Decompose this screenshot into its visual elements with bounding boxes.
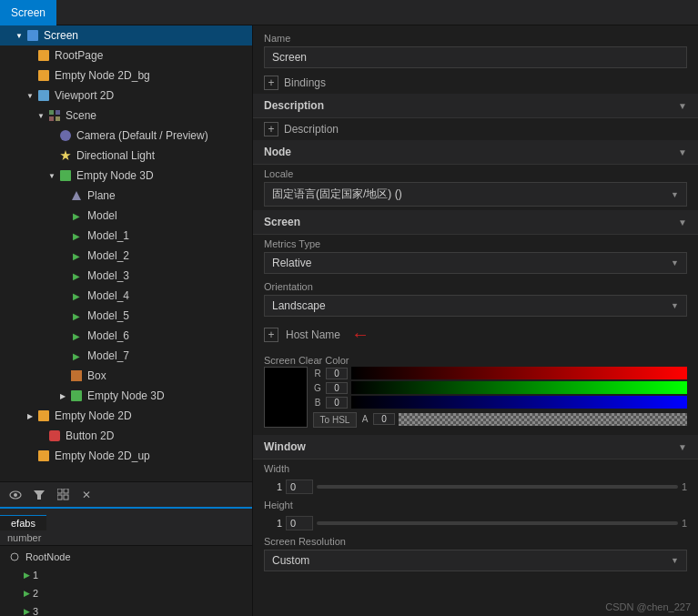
viewport-icon: [36, 88, 51, 103]
tree-arrow-light: [47, 151, 56, 160]
orientation-row: Orientation Landscape: [253, 278, 698, 320]
tree-label-model2: Model_2: [87, 249, 129, 262]
tree-label-box: Box: [87, 369, 106, 382]
tree-item-viewport2d[interactable]: ▼ Viewport 2D: [0, 86, 252, 106]
width-track[interactable]: [317, 485, 678, 489]
b-input[interactable]: [326, 397, 348, 409]
description-add-row[interactable]: + Description: [253, 118, 698, 140]
grid-button[interactable]: [55, 487, 71, 503]
tree-label-screen: Screen: [44, 29, 78, 42]
r-input[interactable]: [326, 368, 348, 379]
tree-arrow-plane: [58, 191, 67, 200]
width-max: 1: [682, 481, 687, 492]
tree-label-model1: Model_1: [87, 229, 129, 242]
hostname-add-btn[interactable]: +: [264, 328, 278, 342]
window-section-header[interactable]: Window ▼: [253, 435, 698, 459]
tree-item-rootpage[interactable]: RootPage: [0, 45, 252, 66]
tree-item-model[interactable]: ▶ Model: [0, 206, 252, 226]
tree-item-emptynode2d-up[interactable]: Empty Node 2D_up: [0, 446, 252, 466]
screen-clear-color-label: Screen Clear Color: [264, 355, 349, 366]
tree-item-model1[interactable]: ▶ Model_1: [0, 226, 252, 246]
g-input[interactable]: [326, 382, 348, 394]
tree-item-emptynode2d[interactable]: ▶ Empty Node 2D: [0, 406, 252, 426]
tree-label-model5: Model_5: [87, 309, 129, 322]
tree-item-emptynode3d2[interactable]: ▶ Empty Node 3D: [0, 386, 252, 406]
tree-item-plane[interactable]: Plane: [0, 186, 252, 206]
locale-row: Locale 固定语言(固定国家/地区) (): [253, 165, 698, 210]
height-max: 1: [682, 518, 687, 529]
bottom-item-rootnode[interactable]: RootNode: [0, 548, 252, 566]
height-track[interactable]: [317, 521, 678, 525]
close-button[interactable]: ✕: [78, 487, 95, 503]
eye-button[interactable]: [7, 487, 24, 503]
node3d-icon-emptynode3d2: [69, 389, 84, 403]
color-swatch[interactable]: [264, 367, 308, 428]
resolution-label: Screen Resolution: [264, 536, 687, 547]
bottom-label-3: 3: [33, 606, 38, 616]
description-section-header[interactable]: Description ▼: [253, 94, 698, 118]
svg-rect-2: [49, 116, 54, 121]
tree-item-directional-light[interactable]: Directional Light: [0, 146, 252, 166]
locale-dropdown[interactable]: 固定语言(固定国家/地区) (): [264, 182, 687, 207]
orientation-dropdown[interactable]: Landscape: [264, 295, 687, 317]
screen-section-header[interactable]: Screen ▼: [253, 210, 698, 235]
tree-item-camera[interactable]: Camera (Default / Preview): [0, 126, 252, 146]
model5-icon: ▶: [69, 308, 84, 323]
bindings-add-btn[interactable]: +: [264, 76, 278, 90]
b-bar[interactable]: [351, 396, 687, 409]
model2-icon: ▶: [69, 248, 84, 263]
channel-a-wrapper: To HSL A: [313, 410, 687, 428]
width-input[interactable]: [286, 480, 313, 494]
r-bar[interactable]: [351, 367, 687, 379]
name-value[interactable]: Screen: [264, 46, 687, 68]
bottom-item-1[interactable]: ▶ 1: [0, 566, 252, 584]
tree-item-model5[interactable]: ▶ Model_5: [0, 306, 252, 326]
watermark-text: CSDN @chen_227: [605, 601, 691, 612]
bindings-label: Bindings: [284, 76, 326, 89]
bottom-arrow-2: ▶: [22, 589, 31, 598]
description-chevron: ▼: [678, 101, 687, 111]
node-section-header[interactable]: Node ▼: [253, 140, 698, 165]
node2d-icon-emptynode2d: [36, 409, 51, 423]
tree-item-scene[interactable]: ▼ Scene: [0, 106, 252, 126]
tab-screen[interactable]: Screen: [0, 0, 56, 25]
tree-item-model4[interactable]: ▶ Model_4: [0, 286, 252, 306]
tree-item-model7[interactable]: ▶ Model_7: [0, 346, 252, 366]
tab-efabs[interactable]: efabs: [0, 515, 46, 530]
bottom-item-3[interactable]: ▶ 3: [0, 602, 252, 616]
resolution-dropdown[interactable]: Custom: [264, 550, 687, 571]
bottom-tabs: efabs: [0, 509, 252, 530]
tab-efabs-label: efabs: [11, 518, 35, 529]
tree-item-screen[interactable]: ▼ Screen: [0, 25, 252, 45]
b-label: B: [313, 398, 322, 408]
a-input[interactable]: [373, 413, 395, 425]
metrics-type-dropdown[interactable]: Relative: [264, 252, 687, 274]
g-bar[interactable]: [351, 381, 687, 394]
tree-item-model6[interactable]: ▶ Model_6: [0, 326, 252, 346]
tab-screen-label: Screen: [11, 6, 46, 19]
height-input[interactable]: [286, 516, 313, 530]
camera-icon: [58, 128, 73, 143]
metrics-type-value: Relative: [272, 257, 311, 269]
tree-item-model3[interactable]: ▶ Model_3: [0, 266, 252, 286]
tree-arrow-model2: [58, 251, 67, 260]
filter-button[interactable]: [31, 487, 47, 503]
tree-item-emptynode3d[interactable]: ▼ Empty Node 3D: [0, 166, 252, 186]
svg-point-6: [14, 493, 17, 497]
node3d-icon-emptynode3d: [58, 168, 73, 183]
tree-arrow-model1: [58, 231, 67, 240]
description-add-btn[interactable]: +: [264, 122, 278, 136]
width-label-row: Width: [253, 459, 698, 478]
to-hsl-button[interactable]: To HSL: [313, 412, 357, 428]
resolution-value: Custom: [272, 554, 309, 567]
tree-item-button2d[interactable]: Button 2D: [0, 426, 252, 446]
tree-item-emptynode2d-bg[interactable]: Empty Node 2D_bg: [0, 66, 252, 86]
node-title: Node: [264, 146, 291, 158]
tree-arrow-emptynode2d-up: [25, 451, 35, 460]
a-bar[interactable]: [399, 413, 687, 426]
tree-label-emptynode2d-up: Empty Node 2D_up: [55, 449, 150, 462]
tree-item-model2[interactable]: ▶ Model_2: [0, 246, 252, 266]
bindings-row[interactable]: + Bindings: [253, 72, 698, 94]
tree-item-box[interactable]: Box: [0, 366, 252, 386]
bottom-item-2[interactable]: ▶ 2: [0, 584, 252, 602]
